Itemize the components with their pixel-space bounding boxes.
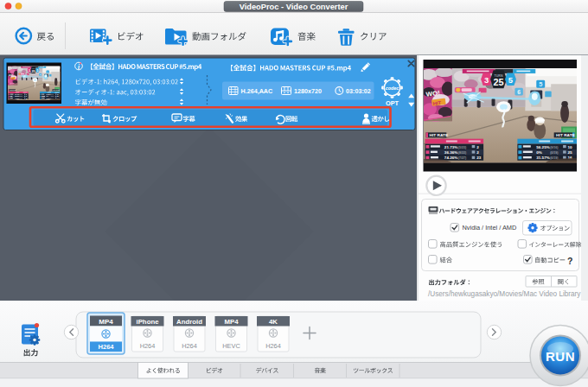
svg-text:03:03:02: 03:03:02 [346, 87, 371, 95]
svg-text:HEVC: HEVC [222, 342, 240, 350]
svg-text:Android: Android [176, 318, 202, 326]
svg-text:1280x720: 1280x720 [294, 87, 322, 95]
svg-text:OPT: OPT [386, 99, 399, 107]
svg-text:H264: H264 [182, 342, 197, 350]
svg-text:H.264,AAC: H.264,AAC [241, 87, 273, 95]
svg-text:?: ? [567, 256, 572, 266]
svg-text:MP4: MP4 [99, 318, 113, 326]
svg-text:MP4: MP4 [224, 318, 239, 326]
svg-text:iPhone: iPhone [137, 318, 160, 326]
svg-text:H264: H264 [265, 342, 281, 350]
svg-text:4K: 4K [269, 318, 278, 326]
svg-text:H264: H264 [140, 342, 156, 350]
svg-text:RUN: RUN [546, 349, 575, 364]
svg-text:/Users/hewkugasakyo/Movies/Mac: /Users/hewkugasakyo/Movies/Mac Video Lib… [428, 290, 581, 298]
svg-text:Nvidia / Intel / AMD: Nvidia / Intel / AMD [463, 224, 517, 232]
svg-text:VideoProc - Video Converter: VideoProc - Video Converter [240, 3, 348, 11]
svg-text:H264: H264 [98, 343, 114, 351]
svg-text:codec: codec [386, 86, 399, 91]
